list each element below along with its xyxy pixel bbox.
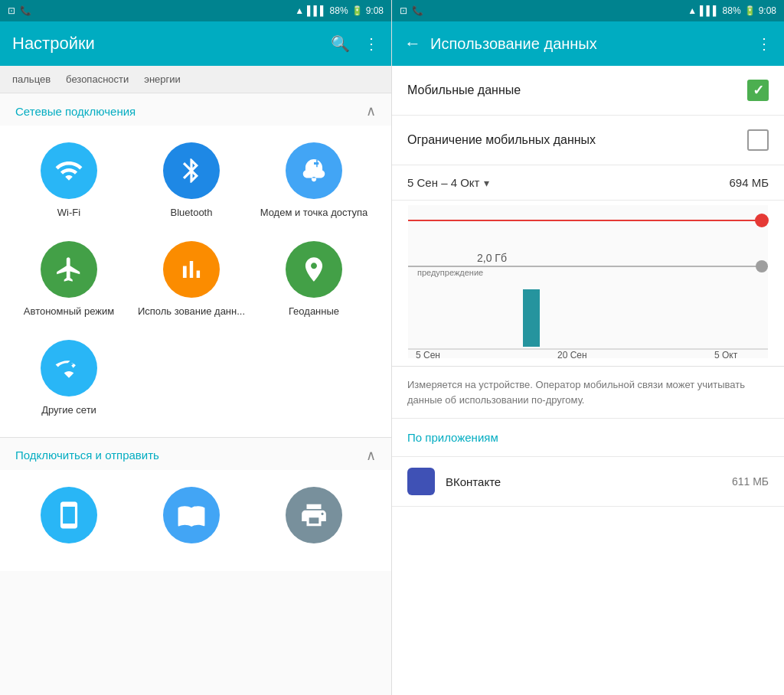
network-grid: Wi-Fi Bluetooth Модем и точка доступ — [0, 126, 391, 437]
geo-circle — [286, 241, 342, 298]
time-left: 9:08 — [366, 5, 384, 16]
date-selector[interactable]: 5 Сен – 4 Окт ▾ — [407, 176, 489, 189]
share-svg-1 — [54, 501, 83, 530]
chart-container: 2,0 Гб предупреждение 5 Сен 20 Сен 5 Окт — [407, 205, 769, 358]
wifi-svg-icon — [54, 156, 83, 185]
by-apps-link[interactable]: По приложениям — [392, 419, 784, 457]
data-limit-row[interactable]: Ограничение мобильных данных — [392, 116, 784, 165]
airplane-item[interactable]: Автономный режим — [8, 232, 130, 331]
time-right: 9:08 — [759, 5, 776, 16]
page-title-left: Настройки — [12, 34, 331, 54]
share-svg-3 — [299, 501, 328, 530]
airplane-circle — [41, 241, 97, 298]
date-dropdown-icon: ▾ — [484, 177, 489, 189]
search-icon[interactable]: 🔍 — [331, 34, 350, 53]
svg-rect-0 — [408, 205, 768, 358]
settings-panel: ⊡ 📞 ▲ ▌▌▌ 88% 🔋 9:08 Настройки 🔍 ⋮ пальц… — [0, 0, 392, 695]
othernets-item[interactable]: Другие сети — [8, 331, 130, 429]
network-grid-row-2: Автономный режим Исполь зование данн... — [8, 232, 384, 331]
svg-text:2,0 Гб: 2,0 Гб — [477, 252, 507, 264]
data-chart-area: 2,0 Гб предупреждение 5 Сен 20 Сен 5 Окт — [392, 205, 784, 367]
share-grid-row — [8, 478, 384, 563]
network-collapse-icon[interactable]: ∧ — [366, 103, 376, 119]
chart-svg: 2,0 Гб предупреждение 5 Сен 20 Сен 5 Окт — [407, 205, 769, 358]
share-circle-2 — [163, 487, 220, 543]
wifi-status-icon: ▲ — [295, 5, 304, 16]
datausage-circle — [163, 241, 220, 298]
data-usage-content: Мобильные данные Ограничение мобильных д… — [392, 66, 784, 695]
svg-text:5 Сен: 5 Сен — [416, 350, 440, 358]
data-amount-text: 694 МБ — [729, 176, 769, 189]
othernets-svg-icon — [54, 354, 83, 383]
bluetooth-circle — [163, 142, 220, 199]
wifi-circle — [41, 142, 97, 199]
app-size-vk: 611 МБ — [732, 475, 769, 488]
svg-text:5 Окт: 5 Окт — [714, 350, 738, 358]
share-item-2[interactable] — [130, 478, 253, 563]
share-item-3[interactable] — [253, 478, 375, 563]
svg-rect-7 — [523, 289, 540, 347]
hotspot-item[interactable]: Модем и точка доступа — [253, 133, 375, 232]
screenshot-icon-r: ⊡ — [400, 5, 407, 16]
share-collapse-icon[interactable]: ∧ — [366, 447, 376, 464]
svg-text:20 Сен: 20 Сен — [557, 350, 587, 358]
top-bar-actions: 🔍 ⋮ — [331, 34, 379, 53]
share-circle-3 — [286, 487, 342, 543]
breadcrumb-fingers[interactable]: пальцев — [12, 73, 51, 85]
vk-app-icon — [407, 468, 435, 495]
othernets-circle — [41, 340, 97, 396]
status-left-icons: ⊡ 📞 — [8, 5, 31, 16]
mobile-data-checkbox[interactable] — [747, 80, 769, 101]
date-range-row[interactable]: 5 Сен – 4 Окт ▾ 694 МБ — [392, 165, 784, 201]
data-limit-checkbox[interactable] — [747, 129, 769, 151]
network-section-title: Сетевые подключения — [15, 105, 136, 118]
breadcrumb: пальцев безопасности энергии — [0, 66, 391, 93]
status-right-info: ▲ ▌▌▌ 88% 🔋 9:08 — [295, 5, 384, 16]
phone-icon: 📞 — [20, 5, 31, 16]
hotspot-label: Модем и точка доступа — [260, 207, 368, 220]
app-row-vk[interactable]: ВКонтакте 611 МБ — [392, 457, 784, 507]
datausage-label: Исполь зование данн... — [138, 305, 245, 318]
screenshot-icon: ⊡ — [8, 5, 15, 16]
share-section-title: Подключиться и отправить — [15, 449, 159, 462]
signal-icon: ▌▌▌ — [307, 5, 327, 16]
phone-icon-r: 📞 — [412, 5, 423, 16]
status-bar-right: ⊡ 📞 ▲ ▌▌▌ 88% 🔋 9:08 — [392, 0, 784, 21]
mobile-data-label: Мобильные данные — [407, 83, 521, 97]
svg-point-6 — [755, 214, 769, 227]
hotspot-circle — [286, 142, 342, 199]
battery-percent: 88% — [330, 5, 348, 16]
breadcrumb-security[interactable]: безопасности — [66, 73, 129, 85]
network-section-header: Сетевые подключения ∧ — [0, 93, 391, 126]
geo-item[interactable]: Геоданные — [253, 232, 375, 331]
datausage-item[interactable]: Исполь зование данн... — [130, 232, 253, 331]
airplane-svg-icon — [54, 255, 83, 284]
more-icon[interactable]: ⋮ — [364, 34, 379, 53]
share-section-header: Подключиться и отправить ∧ — [0, 438, 391, 470]
top-bar-left: Настройки 🔍 ⋮ — [0, 21, 391, 66]
network-grid-row-3: Другие сети — [8, 331, 384, 429]
status-right-left-icons: ⊡ 📞 — [400, 5, 423, 16]
app-name-vk: ВКонтакте — [446, 475, 721, 488]
wifi-item[interactable]: Wi-Fi — [8, 133, 130, 232]
share-circle-1 — [41, 487, 97, 543]
status-right-info-r: ▲ ▌▌▌ 88% 🔋 9:08 — [688, 5, 776, 16]
share-svg-2 — [177, 501, 206, 530]
breadcrumb-energy[interactable]: энергии — [144, 73, 181, 85]
more-icon-right[interactable]: ⋮ — [756, 34, 772, 53]
svg-text:предупреждение: предупреждение — [417, 268, 483, 277]
page-title-right: Использование данных — [430, 35, 747, 53]
signal-icon-r: ▌▌▌ — [700, 5, 720, 16]
bluetooth-item[interactable]: Bluetooth — [130, 133, 253, 232]
data-limit-label: Ограничение мобильных данных — [407, 133, 596, 147]
bluetooth-label: Bluetooth — [171, 207, 213, 220]
wifi-label: Wi-Fi — [57, 207, 80, 220]
top-bar-right: ← Использование данных ⋮ — [392, 21, 784, 66]
battery-percent-r: 88% — [723, 5, 741, 16]
back-button[interactable]: ← — [404, 34, 421, 54]
geo-svg-icon — [299, 255, 328, 284]
share-item-1[interactable] — [8, 478, 130, 563]
airplane-label: Автономный режим — [24, 305, 114, 318]
mobile-data-row[interactable]: Мобильные данные — [392, 66, 784, 116]
svg-point-2 — [756, 260, 768, 272]
